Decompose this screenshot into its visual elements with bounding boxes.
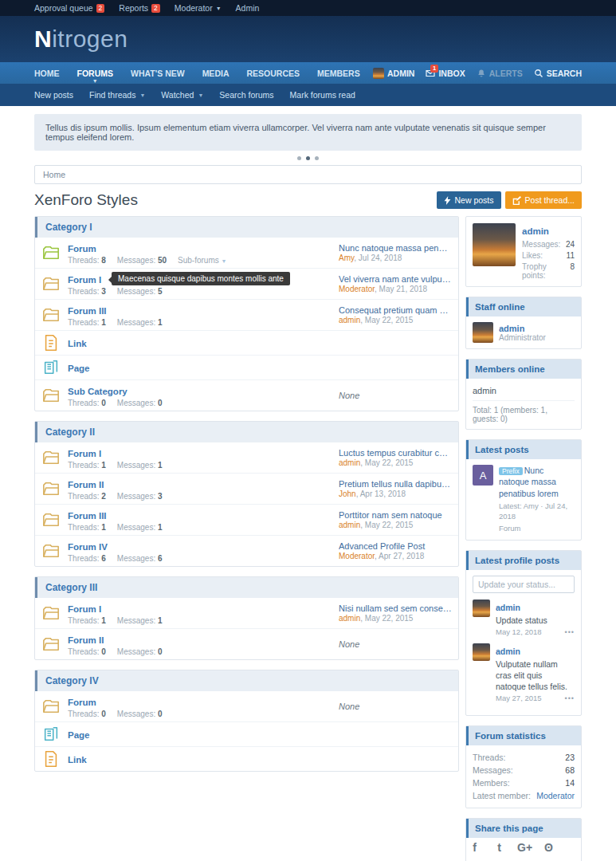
search-button[interactable]: SEARCH bbox=[534, 69, 582, 78]
forum-title-link[interactable]: Forum I bbox=[68, 449, 101, 458]
latest-post-author-link[interactable]: admin bbox=[339, 614, 360, 623]
latest-post-author-link[interactable]: Moderator bbox=[339, 552, 375, 560]
latest-post-title-link[interactable]: Pretium tellus nulla dapibus nec... bbox=[339, 479, 452, 489]
forum-row: Forum IIThreads: 2Messages: 3Pretium tel… bbox=[35, 473, 458, 504]
new-posts-button[interactable]: New posts bbox=[437, 191, 501, 209]
subnav-item-search-forums[interactable]: Search forums bbox=[219, 90, 273, 100]
latest-post-cell: Porttitor nam sem natoqueadmin, May 22, … bbox=[339, 510, 452, 529]
status-input[interactable] bbox=[473, 576, 575, 593]
forum-title-link[interactable]: Forum II bbox=[68, 480, 104, 489]
latest-post-author-link[interactable]: Amy bbox=[339, 254, 354, 262]
tab-media[interactable]: MEDIA bbox=[202, 69, 230, 78]
forum-title-link[interactable]: Forum bbox=[68, 698, 96, 707]
latest-post-author-link[interactable]: admin bbox=[339, 521, 360, 529]
forum-row: Link bbox=[35, 330, 458, 355]
latest-post-author-link[interactable]: Moderator bbox=[339, 285, 375, 293]
tab-resources[interactable]: RESOURCES bbox=[246, 69, 300, 78]
reddit-icon[interactable]: ʘ bbox=[542, 841, 555, 854]
forum-title-link[interactable]: Forum I bbox=[68, 604, 101, 614]
latest-post-cell: None bbox=[339, 639, 452, 649]
category-header[interactable]: Category I bbox=[35, 217, 458, 238]
subnav-label: Mark forums read bbox=[290, 90, 355, 100]
forum-title-link[interactable]: Forum I bbox=[68, 275, 101, 285]
facebook-icon[interactable]: f bbox=[468, 841, 481, 854]
forum-title-link[interactable]: Forum III bbox=[68, 511, 107, 521]
latest-post-cell: None bbox=[339, 702, 452, 711]
forum-title-link[interactable]: Forum bbox=[68, 244, 96, 254]
carousel-dot[interactable] bbox=[297, 156, 301, 160]
visitor-stat-row: Trophy points:8 bbox=[522, 262, 575, 280]
forum-meta: Threads: 6Messages: 6 bbox=[68, 554, 339, 563]
carousel-dot[interactable] bbox=[306, 156, 310, 160]
category-header[interactable]: Category IV bbox=[35, 670, 458, 691]
chevron-down-icon: ▼ bbox=[216, 6, 222, 11]
forum-title-link[interactable]: Forum III bbox=[68, 306, 107, 316]
profile-post-author-link[interactable]: admin bbox=[496, 603, 520, 612]
latest-post-title-link[interactable]: Consequat pretium quam pede ... bbox=[339, 305, 452, 315]
category-block: Category IIForum IThreads: 1Messages: 1L… bbox=[34, 421, 459, 567]
latest-post-title-link[interactable]: PrefixNunc natoque massa penatibus lorem bbox=[499, 465, 575, 499]
latest-post-title-link[interactable]: Luctus tempus curabitur condim... bbox=[339, 448, 452, 458]
latest-post-cell: Advanced Profile PostModerator, Apr 27, … bbox=[339, 541, 452, 560]
forums-subnav: New postsFind threads▼Watched▼Search for… bbox=[0, 84, 616, 106]
breadcrumb-home-link[interactable]: Home bbox=[43, 170, 65, 179]
category-header[interactable]: Category II bbox=[35, 422, 458, 442]
avatar[interactable] bbox=[473, 643, 490, 661]
latest-post-author-link[interactable]: admin bbox=[339, 458, 360, 467]
search-icon bbox=[534, 69, 543, 78]
category-header[interactable]: Category III bbox=[35, 577, 458, 598]
tab-what-s-new[interactable]: WHAT'S NEW bbox=[131, 69, 185, 78]
google-plus-icon[interactable]: G+ bbox=[517, 841, 531, 854]
avatar[interactable] bbox=[473, 600, 490, 617]
inbox-menu[interactable]: 1 INBOX bbox=[426, 69, 465, 78]
latest-post-title-link[interactable]: Advanced Profile Post bbox=[339, 541, 452, 551]
forum-title-link[interactable]: Forum II bbox=[68, 635, 104, 645]
admin-toolbar-item-reports[interactable]: Reports2 bbox=[119, 3, 160, 13]
alerts-menu[interactable]: ALERTS bbox=[477, 69, 523, 78]
subnav-item-watched[interactable]: Watched▼ bbox=[161, 90, 203, 100]
tab-forums[interactable]: FORUMS▼ bbox=[77, 69, 114, 78]
forum-title-link[interactable]: Page bbox=[68, 364, 90, 373]
latest-post-title-link[interactable]: Vel viverra nam ante vulputate v... bbox=[339, 274, 452, 284]
online-member-link[interactable]: admin bbox=[473, 384, 575, 401]
forum-title-link[interactable]: Link bbox=[68, 339, 87, 348]
forum-title-link[interactable]: Sub Category bbox=[68, 387, 128, 396]
visitor-username-link[interactable]: admin bbox=[522, 226, 549, 236]
carousel-dot[interactable] bbox=[315, 156, 319, 160]
latest-post-title-link[interactable]: Nisi nullam sed sem consequat bbox=[339, 603, 452, 613]
count-badge: 2 bbox=[151, 4, 160, 13]
admin-toolbar-item-admin[interactable]: Admin bbox=[236, 3, 260, 13]
tab-members[interactable]: MEMBERS bbox=[317, 69, 360, 78]
forum-title-link[interactable]: Forum IV bbox=[68, 542, 108, 552]
site-logo[interactable]: Nitrogen bbox=[34, 26, 128, 53]
admin-toolbar-item-moderator[interactable]: Moderator▼ bbox=[175, 3, 222, 13]
latest-post-title-link[interactable]: Nunc natoque massa penatibus ... bbox=[339, 243, 452, 253]
avatar[interactable]: A bbox=[473, 465, 493, 486]
account-menu[interactable]: ADMIN bbox=[373, 68, 414, 79]
latest-post-author-link[interactable]: admin bbox=[339, 316, 360, 324]
folder-icon bbox=[41, 604, 61, 622]
forum-title-link[interactable]: Page bbox=[68, 730, 90, 740]
latest-post-title-link[interactable]: Porttitor nam sem natoque bbox=[339, 510, 452, 520]
forum-row: Page bbox=[35, 721, 458, 746]
tab-home[interactable]: HOME bbox=[34, 69, 60, 78]
avatar[interactable] bbox=[473, 322, 493, 343]
avatar[interactable] bbox=[473, 223, 516, 266]
profile-post-author-link[interactable]: admin bbox=[496, 647, 520, 656]
admin-toolbar-item-approval-queue[interactable]: Approval queue2 bbox=[34, 3, 104, 13]
post-thread-button[interactable]: Post thread... bbox=[505, 191, 582, 209]
staff-member-link[interactable]: admin bbox=[499, 324, 546, 333]
more-options-icon[interactable]: ••• bbox=[565, 694, 575, 702]
subnav-item-new-posts[interactable]: New posts bbox=[34, 90, 73, 100]
twitter-icon[interactable]: t bbox=[492, 841, 506, 854]
subnav-item-mark-forums-read[interactable]: Mark forums read bbox=[290, 90, 355, 100]
forum-title-link[interactable]: Link bbox=[68, 755, 87, 765]
latest-post-author-link[interactable]: John bbox=[339, 489, 356, 498]
folder-icon bbox=[41, 449, 61, 466]
subforums-dropdown[interactable]: Sub-forums ▼ bbox=[178, 256, 226, 265]
count-badge: 2 bbox=[96, 4, 105, 13]
latest-member-link[interactable]: Moderator bbox=[536, 791, 575, 800]
subnav-item-find-threads[interactable]: Find threads▼ bbox=[89, 90, 145, 100]
more-options-icon[interactable]: ••• bbox=[565, 628, 575, 636]
page-title: XenForo Styles bbox=[34, 191, 138, 209]
